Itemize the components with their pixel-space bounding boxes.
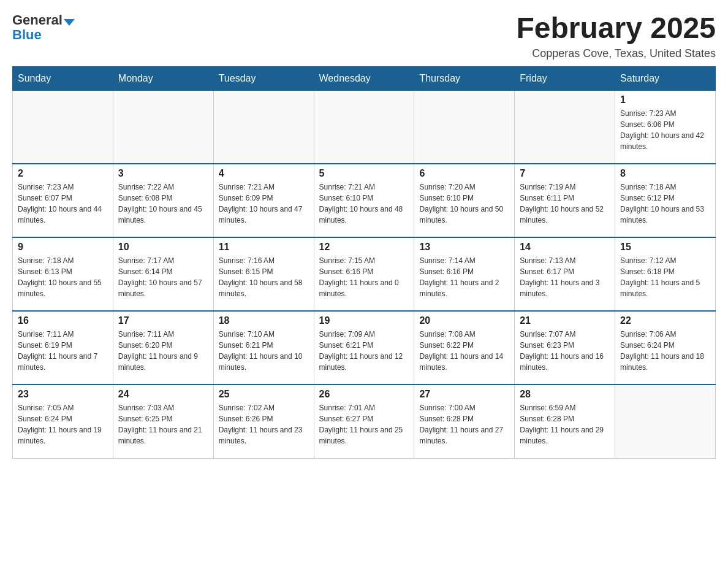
day-info: Sunrise: 7:12 AMSunset: 6:18 PMDaylight:… (620, 255, 710, 299)
calendar-cell (13, 90, 113, 164)
day-number: 12 (319, 242, 409, 253)
day-number: 17 (118, 315, 208, 326)
day-info: Sunrise: 7:20 AMSunset: 6:10 PMDaylight:… (419, 182, 509, 226)
day-number: 10 (118, 242, 208, 253)
day-number: 25 (219, 389, 309, 400)
day-number: 7 (520, 168, 610, 179)
calendar-cell: 6Sunrise: 7:20 AMSunset: 6:10 PMDaylight… (414, 164, 515, 237)
calendar-subtitle: Copperas Cove, Texas, United States (516, 47, 716, 60)
calendar-cell: 24Sunrise: 7:03 AMSunset: 6:25 PMDayligh… (113, 385, 213, 458)
day-info: Sunrise: 7:01 AMSunset: 6:27 PMDaylight:… (319, 402, 409, 446)
calendar-cell: 25Sunrise: 7:02 AMSunset: 6:26 PMDayligh… (213, 385, 314, 458)
calendar-table: SundayMondayTuesdayWednesdayThursdayFrid… (12, 66, 716, 459)
calendar-cell: 12Sunrise: 7:15 AMSunset: 6:16 PMDayligh… (314, 237, 414, 311)
day-number: 20 (419, 315, 509, 326)
day-number: 14 (520, 242, 610, 253)
day-number: 6 (419, 168, 509, 179)
day-info: Sunrise: 7:21 AMSunset: 6:10 PMDaylight:… (319, 182, 409, 226)
day-number: 1 (620, 94, 710, 105)
day-of-week-header: Saturday (615, 66, 716, 90)
title-section: February 2025 Copperas Cove, Texas, Unit… (516, 12, 716, 60)
day-number: 11 (219, 242, 309, 253)
day-of-week-header: Thursday (414, 66, 515, 90)
day-info: Sunrise: 7:08 AMSunset: 6:22 PMDaylight:… (419, 329, 509, 373)
calendar-cell: 28Sunrise: 6:59 AMSunset: 6:28 PMDayligh… (515, 385, 615, 458)
calendar-cell: 9Sunrise: 7:18 AMSunset: 6:13 PMDaylight… (13, 237, 113, 311)
day-info: Sunrise: 7:06 AMSunset: 6:24 PMDaylight:… (620, 329, 710, 373)
day-number: 5 (319, 168, 409, 179)
day-info: Sunrise: 7:23 AMSunset: 6:06 PMDaylight:… (620, 108, 710, 152)
calendar-cell: 4Sunrise: 7:21 AMSunset: 6:09 PMDaylight… (213, 164, 314, 237)
day-number: 21 (520, 315, 610, 326)
logo-text: General (12, 12, 75, 28)
calendar-week-row: 2Sunrise: 7:23 AMSunset: 6:07 PMDaylight… (13, 164, 716, 237)
logo: General Blue (12, 12, 75, 43)
calendar-cell: 17Sunrise: 7:11 AMSunset: 6:20 PMDayligh… (113, 311, 213, 385)
day-info: Sunrise: 7:03 AMSunset: 6:25 PMDaylight:… (118, 402, 208, 446)
calendar-week-row: 23Sunrise: 7:05 AMSunset: 6:24 PMDayligh… (13, 385, 716, 458)
calendar-cell (414, 90, 515, 164)
calendar-cell: 2Sunrise: 7:23 AMSunset: 6:07 PMDaylight… (13, 164, 113, 237)
day-of-week-header: Tuesday (213, 66, 314, 90)
calendar-cell: 14Sunrise: 7:13 AMSunset: 6:17 PMDayligh… (515, 237, 615, 311)
calendar-cell: 5Sunrise: 7:21 AMSunset: 6:10 PMDaylight… (314, 164, 414, 237)
day-info: Sunrise: 7:21 AMSunset: 6:09 PMDaylight:… (219, 182, 309, 226)
calendar-cell: 23Sunrise: 7:05 AMSunset: 6:24 PMDayligh… (13, 385, 113, 458)
calendar-cell: 15Sunrise: 7:12 AMSunset: 6:18 PMDayligh… (615, 237, 716, 311)
day-number: 8 (620, 168, 710, 179)
day-number: 28 (520, 389, 610, 400)
calendar-cell: 21Sunrise: 7:07 AMSunset: 6:23 PMDayligh… (515, 311, 615, 385)
day-info: Sunrise: 7:13 AMSunset: 6:17 PMDaylight:… (520, 255, 610, 299)
day-number: 22 (620, 315, 710, 326)
calendar-cell: 19Sunrise: 7:09 AMSunset: 6:21 PMDayligh… (314, 311, 414, 385)
day-info: Sunrise: 7:16 AMSunset: 6:15 PMDaylight:… (219, 255, 309, 299)
logo-blue-text: Blue (12, 27, 42, 43)
day-number: 2 (18, 168, 108, 179)
day-info: Sunrise: 7:11 AMSunset: 6:20 PMDaylight:… (118, 329, 208, 373)
day-number: 26 (319, 389, 409, 400)
calendar-week-row: 16Sunrise: 7:11 AMSunset: 6:19 PMDayligh… (13, 311, 716, 385)
day-of-week-header: Monday (113, 66, 213, 90)
day-info: Sunrise: 7:15 AMSunset: 6:16 PMDaylight:… (319, 255, 409, 299)
day-number: 19 (319, 315, 409, 326)
calendar-cell (314, 90, 414, 164)
calendar-cell: 7Sunrise: 7:19 AMSunset: 6:11 PMDaylight… (515, 164, 615, 237)
calendar-cell: 1Sunrise: 7:23 AMSunset: 6:06 PMDaylight… (615, 90, 716, 164)
day-number: 3 (118, 168, 208, 179)
day-info: Sunrise: 7:11 AMSunset: 6:19 PMDaylight:… (18, 329, 108, 373)
day-number: 13 (419, 242, 509, 253)
calendar-cell: 26Sunrise: 7:01 AMSunset: 6:27 PMDayligh… (314, 385, 414, 458)
calendar-cell: 13Sunrise: 7:14 AMSunset: 6:16 PMDayligh… (414, 237, 515, 311)
day-info: Sunrise: 7:00 AMSunset: 6:28 PMDaylight:… (419, 402, 509, 446)
day-info: Sunrise: 7:07 AMSunset: 6:23 PMDaylight:… (520, 329, 610, 373)
day-number: 23 (18, 389, 108, 400)
day-info: Sunrise: 7:23 AMSunset: 6:07 PMDaylight:… (18, 182, 108, 226)
calendar-cell: 8Sunrise: 7:18 AMSunset: 6:12 PMDaylight… (615, 164, 716, 237)
calendar-cell: 18Sunrise: 7:10 AMSunset: 6:21 PMDayligh… (213, 311, 314, 385)
day-number: 15 (620, 242, 710, 253)
day-number: 18 (219, 315, 309, 326)
calendar-cell: 20Sunrise: 7:08 AMSunset: 6:22 PMDayligh… (414, 311, 515, 385)
day-info: Sunrise: 6:59 AMSunset: 6:28 PMDaylight:… (520, 402, 610, 446)
calendar-cell (615, 385, 716, 458)
day-number: 24 (118, 389, 208, 400)
day-info: Sunrise: 7:18 AMSunset: 6:13 PMDaylight:… (18, 255, 108, 299)
day-number: 4 (219, 168, 309, 179)
day-info: Sunrise: 7:17 AMSunset: 6:14 PMDaylight:… (118, 255, 208, 299)
day-info: Sunrise: 7:09 AMSunset: 6:21 PMDaylight:… (319, 329, 409, 373)
calendar-cell: 10Sunrise: 7:17 AMSunset: 6:14 PMDayligh… (113, 237, 213, 311)
page-header: General Blue February 2025 Copperas Cove… (12, 12, 716, 60)
day-info: Sunrise: 7:22 AMSunset: 6:08 PMDaylight:… (118, 182, 208, 226)
calendar-week-row: 9Sunrise: 7:18 AMSunset: 6:13 PMDaylight… (13, 237, 716, 311)
day-info: Sunrise: 7:19 AMSunset: 6:11 PMDaylight:… (520, 182, 610, 226)
calendar-cell: 16Sunrise: 7:11 AMSunset: 6:19 PMDayligh… (13, 311, 113, 385)
day-number: 27 (419, 389, 509, 400)
calendar-cell (515, 90, 615, 164)
day-info: Sunrise: 7:02 AMSunset: 6:26 PMDaylight:… (219, 402, 309, 446)
day-info: Sunrise: 7:14 AMSunset: 6:16 PMDaylight:… (419, 255, 509, 299)
day-info: Sunrise: 7:10 AMSunset: 6:21 PMDaylight:… (219, 329, 309, 373)
day-number: 16 (18, 315, 108, 326)
calendar-cell (113, 90, 213, 164)
calendar-cell (213, 90, 314, 164)
day-of-week-header: Wednesday (314, 66, 414, 90)
